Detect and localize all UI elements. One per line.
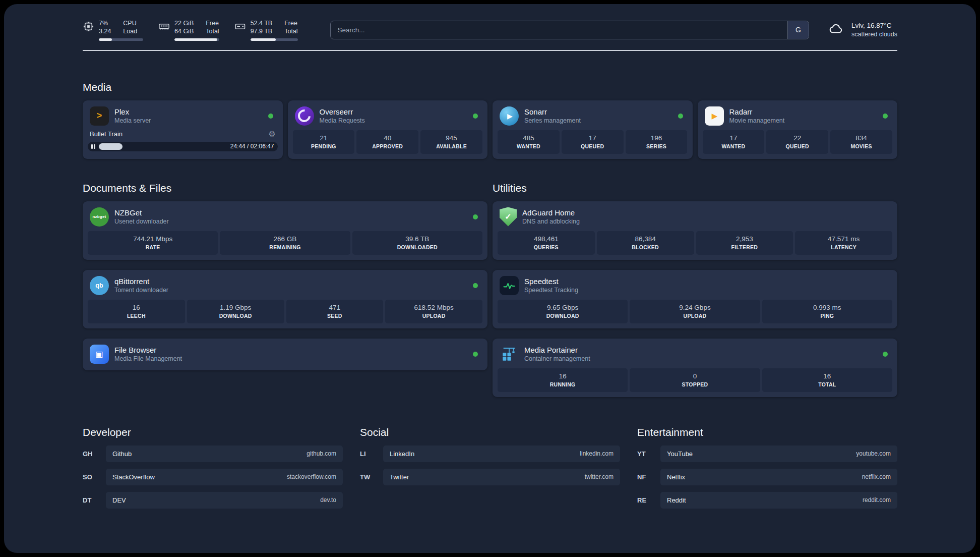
app-card-qbittorrent: qb qBittorrent Torrent downloader 16 LEE… <box>83 270 487 328</box>
stat-label: STOPPED <box>682 381 708 387</box>
progress-fill <box>99 143 123 150</box>
disk-widget: 52.4 TB 97.9 TB Free Total <box>234 19 298 41</box>
stat-label: DOWNLOADED <box>397 244 438 250</box>
bookmark-linkedin[interactable]: LI LinkedIn linkedin.com <box>360 445 620 462</box>
track-title: Bullet Train <box>90 130 122 138</box>
stat-tile: 40 APPROVED <box>356 130 418 154</box>
bookmark-youtube[interactable]: YT YouTube youtube.com <box>637 445 897 462</box>
cpu-usage-bar-fill <box>99 38 112 41</box>
stat-tile: 0 STOPPED <box>630 368 760 392</box>
stat-tile: 16 TOTAL <box>762 368 892 392</box>
stat-tile: 1.19 Gbps DOWNLOAD <box>187 300 284 323</box>
app-link-filebrowser[interactable]: ▣ File Browser Media File Management <box>88 344 482 365</box>
bookmark-name: StackOverflow <box>112 473 155 481</box>
bookmark-github[interactable]: GH Github github.com <box>83 445 343 462</box>
cpu-usage-label: CPU <box>123 19 137 27</box>
bookmark-twitter[interactable]: TW Twitter twitter.com <box>360 469 620 485</box>
bookmark-abbr: LI <box>360 450 383 458</box>
app-card-filebrowser: ▣ File Browser Media File Management <box>83 339 487 370</box>
bookmark-abbr: YT <box>637 450 660 458</box>
pause-icon[interactable] <box>91 144 95 149</box>
cpu-load-label: Load <box>123 27 137 35</box>
status-dot <box>883 352 888 357</box>
bookmark-abbr: GH <box>83 450 106 458</box>
section-media: Media > Plex Media server Bullet Tr <box>83 81 897 159</box>
search-bar: G <box>330 21 809 39</box>
app-card-nzbget: nzbget NZBGet Usenet downloader 744.21 M… <box>83 201 487 260</box>
section-title-developer: Developer <box>83 426 343 438</box>
stat-tile: 39.6 TB DOWNLOADED <box>352 231 482 255</box>
stat-value: 471 <box>329 304 341 311</box>
stat-label: TOTAL <box>818 381 836 387</box>
bookmark-domain: github.com <box>307 450 336 457</box>
app-name: Speedtest <box>524 277 578 286</box>
app-link-nzbget[interactable]: nzbget NZBGet Usenet downloader <box>88 206 482 231</box>
bookmark-pill: YouTube youtube.com <box>660 445 897 462</box>
memory-total-label: Total <box>206 27 219 35</box>
stat-label: QUEUED <box>581 143 604 149</box>
app-name: Radarr <box>729 107 785 116</box>
bookmark-netflix[interactable]: NF Netflix netflix.com <box>637 469 897 485</box>
stats-row: 21 PENDING 40 APPROVED 945 AVAILABLE <box>293 130 483 154</box>
section-title-documents: Documents & Files <box>83 182 487 194</box>
cloud-icon <box>826 21 845 38</box>
app-link-adguard[interactable]: ✓ AdGuard Home DNS and adblocking <box>498 206 892 231</box>
bookmark-stackoverflow[interactable]: SO StackOverflow stackoverflow.com <box>83 469 343 485</box>
bookmark-reddit[interactable]: RE Reddit reddit.com <box>637 492 897 509</box>
app-link-portainer[interactable]: Media Portainer Container management <box>498 344 892 368</box>
memory-widget: 22 GiB 64 GiB Free Total <box>158 19 219 41</box>
section-documents: Documents & Files nzbget NZBGet Usenet d… <box>83 182 487 397</box>
bookmark-pill: StackOverflow stackoverflow.com <box>106 469 343 485</box>
stat-label: PING <box>820 313 834 319</box>
app-name: AdGuard Home <box>522 208 580 217</box>
app-link-sonarr[interactable]: ▶ Sonarr Series management <box>498 105 688 130</box>
app-link-qbittorrent[interactable]: qb qBittorrent Torrent downloader <box>88 275 482 300</box>
stat-tile: 16 LEECH <box>88 300 185 323</box>
app-link-speedtest[interactable]: Speedtest Speedtest Tracking <box>498 275 892 300</box>
app-card-overseerr: Overseerr Media Requests 21 PENDING 40 A… <box>288 100 488 159</box>
app-name: NZBGet <box>114 208 169 217</box>
stat-tile: 196 SERIES <box>626 130 688 154</box>
bookmark-abbr: SO <box>83 473 106 481</box>
stat-label: DOWNLOAD <box>219 313 252 319</box>
status-dot <box>883 114 888 119</box>
app-card-radarr: ▶ Radarr Movie management 17 WANTED <box>698 100 898 159</box>
stat-value: 9.65 Gbps <box>547 304 578 311</box>
app-link-plex[interactable]: > Plex Media server <box>88 105 278 130</box>
stat-value: 17 <box>729 134 737 142</box>
app-card-plex: > Plex Media server Bullet Train ⚙ <box>83 100 283 159</box>
gear-icon[interactable]: ⚙ <box>268 130 275 138</box>
stat-label: QUEUED <box>786 143 809 149</box>
weather-readout: Lviv, 16.87°C scattered clouds <box>851 21 897 39</box>
stat-label: RATE <box>146 244 160 250</box>
memory-total-value: 64 GiB <box>174 27 194 35</box>
app-desc: DNS and adblocking <box>522 218 580 225</box>
search-input[interactable] <box>331 21 787 39</box>
bookmark-domain: youtube.com <box>856 450 891 457</box>
overseerr-icon <box>295 106 314 126</box>
stat-label: UPLOAD <box>684 313 707 319</box>
playback-time: 24:44 / 02:06:47 <box>230 143 274 150</box>
playback-bar[interactable]: 24:44 / 02:06:47 <box>88 142 278 151</box>
stats-row: 17 WANTED 22 QUEUED 834 MOVIES <box>703 130 893 154</box>
memory-usage-bar <box>174 38 219 41</box>
app-name: Plex <box>114 107 151 116</box>
memory-readout: 22 GiB 64 GiB Free Total <box>174 19 219 41</box>
stat-value: 834 <box>855 134 867 142</box>
bookmark-abbr: NF <box>637 473 660 481</box>
plex-now-playing: Bullet Train ⚙ 24:44 / 02:06:47 <box>88 130 278 151</box>
weather-widget[interactable]: Lviv, 16.87°C scattered clouds <box>826 21 897 39</box>
app-link-radarr[interactable]: ▶ Radarr Movie management <box>703 105 893 130</box>
app-desc: Speedtest Tracking <box>524 287 578 294</box>
disk-icon <box>234 19 246 32</box>
status-dot <box>678 114 683 119</box>
top-bar: 7% 3.24 CPU Load <box>83 19 897 41</box>
app-link-overseerr[interactable]: Overseerr Media Requests <box>293 105 483 130</box>
portainer-icon <box>500 345 519 364</box>
stat-value: 21 <box>320 134 327 142</box>
search-provider-button[interactable]: G <box>787 21 809 39</box>
bookmark-dev[interactable]: DT DEV dev.to <box>83 492 343 509</box>
app-name: Sonarr <box>524 107 581 116</box>
dashboard-panel: 7% 3.24 CPU Load <box>4 4 976 553</box>
bookmark-abbr: TW <box>360 473 383 481</box>
